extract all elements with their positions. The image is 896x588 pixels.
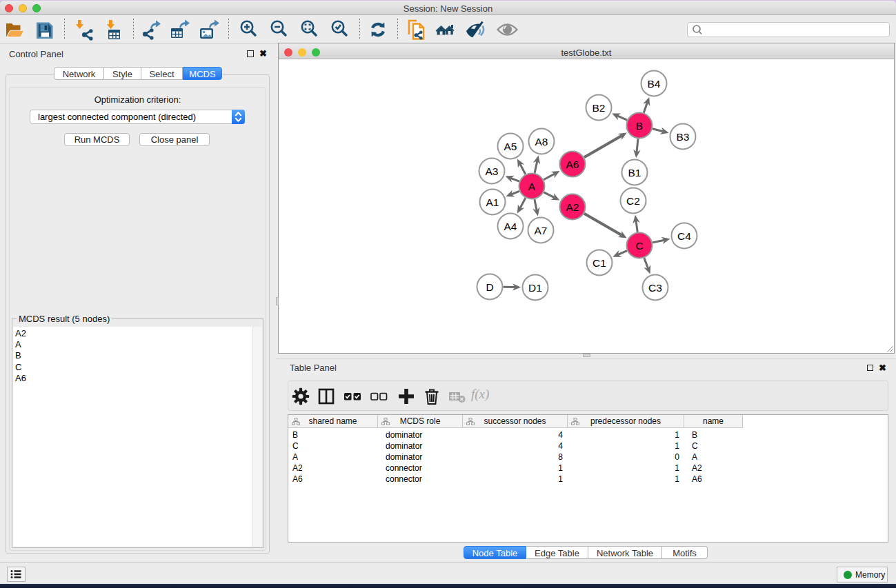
svg-text:B: B bbox=[636, 120, 643, 132]
svg-text:A8: A8 bbox=[535, 136, 548, 148]
svg-text:A3: A3 bbox=[486, 165, 499, 177]
svg-text:B4: B4 bbox=[648, 78, 661, 90]
svg-text:A4: A4 bbox=[504, 221, 517, 232]
svg-text:A5: A5 bbox=[504, 141, 517, 152]
svg-text:C3: C3 bbox=[648, 282, 662, 294]
svg-text:B2: B2 bbox=[593, 102, 606, 114]
svg-text:A1: A1 bbox=[486, 196, 499, 208]
svg-text:C2: C2 bbox=[626, 195, 640, 207]
svg-text:A2: A2 bbox=[566, 201, 579, 213]
svg-text:B3: B3 bbox=[677, 131, 690, 143]
svg-text:D: D bbox=[486, 281, 493, 293]
svg-text:C4: C4 bbox=[677, 230, 691, 242]
svg-text:D1: D1 bbox=[528, 282, 542, 294]
svg-text:A: A bbox=[528, 181, 536, 192]
svg-text:B1: B1 bbox=[628, 167, 641, 179]
svg-text:C: C bbox=[635, 240, 643, 252]
svg-text:C1: C1 bbox=[593, 257, 606, 269]
svg-text:A7: A7 bbox=[535, 225, 548, 236]
svg-text:A6: A6 bbox=[566, 159, 579, 170]
